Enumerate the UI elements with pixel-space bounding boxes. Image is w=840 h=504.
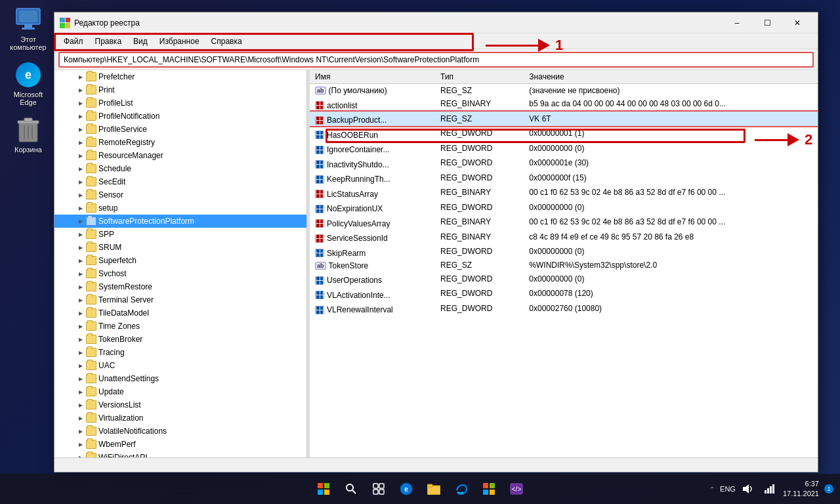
table-row[interactable]: actionlist REG_BINARY b5 9a ac da 04 00 …: [310, 96, 818, 112]
tree-expand-icon[interactable]: ▶: [75, 308, 86, 318]
tree-item[interactable]: ▶ TokenBroker: [54, 333, 306, 346]
minimize-button[interactable]: –: [722, 12, 752, 33]
address-input[interactable]: [58, 52, 814, 68]
tree-item[interactable]: ▶ Terminal Server: [54, 293, 306, 306]
tree-expand-icon[interactable]: ▶: [75, 111, 86, 121]
tree-item[interactable]: ▶ Virtualization: [54, 411, 306, 425]
tree-expand-icon[interactable]: ▶: [75, 255, 86, 266]
tree-expand-icon[interactable]: ▶: [75, 373, 86, 384]
network-icon[interactable]: [762, 481, 778, 497]
tree-item[interactable]: ▶ setup: [54, 201, 306, 215]
tree-item[interactable]: ▶ ProfileService: [54, 123, 306, 136]
maximize-button[interactable]: ☐: [752, 12, 782, 33]
table-row[interactable]: LicStatusArray REG_BINARY 00 c1 f0 62 53…: [310, 185, 818, 200]
table-row[interactable]: ab TokenStore REG_SZ %WINDIR%\System32\s…: [310, 259, 818, 272]
tree-expand-icon[interactable]: ▶: [75, 163, 86, 174]
tree-expand-icon[interactable]: ▶: [75, 124, 86, 135]
browser-taskbar-button[interactable]: e: [394, 477, 418, 501]
tree-item[interactable]: ▶ ResourceManager: [54, 149, 306, 162]
close-button[interactable]: ✕: [782, 12, 812, 33]
tree-expand-icon[interactable]: ▶: [75, 216, 86, 226]
tree-item[interactable]: ▶ Schedule: [54, 162, 306, 175]
search-button[interactable]: [339, 477, 363, 501]
tree-expand-icon[interactable]: ▶: [75, 360, 86, 371]
tree-expand-icon[interactable]: ▶: [75, 282, 86, 292]
tree-expand-icon[interactable]: ▶: [75, 439, 86, 450]
clock[interactable]: 6:37 17.11.2021: [783, 479, 819, 499]
tree-item[interactable]: ▶ SRUM: [54, 241, 306, 254]
tree-expand-icon[interactable]: ▶: [75, 72, 86, 82]
table-row[interactable]: IgnoreContainer... REG_DWORD 0x00000000 …: [310, 141, 818, 156]
tree-item[interactable]: ▶ ProfileNotification: [54, 110, 306, 123]
tree-expand-icon[interactable]: ▶: [75, 426, 86, 436]
volume-icon[interactable]: [741, 481, 757, 497]
tree-item[interactable]: ▶ SystemRestore: [54, 280, 306, 293]
menu-view[interactable]: Вид: [128, 35, 153, 47]
menu-file[interactable]: Файл: [58, 35, 89, 47]
menu-edit[interactable]: Правка: [90, 35, 127, 47]
tree-item[interactable]: ▶ Prefetcher: [54, 70, 306, 83]
tree-expand-icon[interactable]: ▶: [75, 229, 86, 240]
notification-badge[interactable]: 1: [824, 484, 833, 494]
menu-help[interactable]: Справка: [206, 35, 247, 47]
tree-item[interactable]: ▶ SPP: [54, 228, 306, 241]
tree-expand-icon[interactable]: ▶: [75, 150, 86, 161]
tree-expand-icon[interactable]: ▶: [75, 321, 86, 331]
table-row[interactable]: VLActivationInte... REG_DWORD 0x00000078…: [310, 286, 818, 301]
table-row[interactable]: PolicyValuesArray REG_BINARY 00 c1 f0 62…: [310, 215, 818, 230]
tree-expand-icon[interactable]: ▶: [75, 413, 86, 423]
tree-item[interactable]: ▶ Tracing: [54, 346, 306, 359]
tree-expand-icon[interactable]: ▶: [75, 295, 86, 305]
table-row[interactable]: BackupProduct... REG_SZ VK 6T: [310, 112, 818, 127]
sys-tray-arrow[interactable]: ⌃: [709, 486, 715, 493]
table-row[interactable]: KeepRunningTh... REG_DWORD 0x0000000f (1…: [310, 171, 818, 186]
tree-expand-icon[interactable]: ▶: [75, 137, 86, 148]
tree-item[interactable]: ▶ SecEdit: [54, 175, 306, 188]
tree-item[interactable]: ▶ Sensor: [54, 188, 306, 201]
tree-expand-icon[interactable]: ▶: [75, 268, 86, 279]
tree-item[interactable]: ▶ RemoteRegistry: [54, 136, 306, 149]
tree-item[interactable]: ▶ VersionsList: [54, 398, 306, 411]
table-row[interactable]: HasOOBERun REG_DWORD 0x00000001 (1): [310, 126, 818, 141]
desktop-icon-computer[interactable]: Этот компьютер: [5, 7, 51, 51]
tree-expand-icon[interactable]: ▶: [75, 452, 86, 457]
tree-expand-icon[interactable]: ▶: [75, 85, 86, 95]
tree-expand-icon[interactable]: ▶: [75, 387, 86, 397]
table-row[interactable]: InactivityShutdo... REG_DWORD 0x0000001e…: [310, 156, 818, 171]
taskview-button[interactable]: [367, 477, 390, 501]
tree-item[interactable]: ▶ Update: [54, 385, 306, 398]
lang-indicator[interactable]: ENG: [720, 485, 736, 493]
start-button[interactable]: [312, 477, 335, 501]
tree-item[interactable]: ▶ VolatileNotifications: [54, 425, 306, 438]
tree-item[interactable]: ▶ WbemPerf: [54, 438, 306, 451]
tree-expand-icon[interactable]: ▶: [75, 190, 86, 200]
tree-item[interactable]: ▶ SoftwareProtectionPlatform: [54, 215, 306, 228]
tree-expand-icon[interactable]: ▶: [75, 334, 86, 345]
tree-expand-icon[interactable]: ▶: [75, 400, 86, 410]
menu-favorites[interactable]: Избранное: [154, 35, 205, 47]
tree-item[interactable]: ▶ WiFiDirectAPI: [54, 451, 306, 457]
store-taskbar-button[interactable]: [477, 477, 501, 501]
edge-taskbar-button[interactable]: [450, 477, 473, 501]
table-row[interactable]: SkipRearm REG_DWORD 0x00000000 (0): [310, 244, 818, 259]
tree-item[interactable]: ▶ UnattendSettings: [54, 372, 306, 385]
table-row[interactable]: ab (По умолчанию) REG_SZ (значение не пр…: [310, 84, 818, 97]
tree-item[interactable]: ▶ ProfileList: [54, 96, 306, 110]
tree-expand-icon[interactable]: ▶: [75, 98, 86, 108]
table-row[interactable]: ServiceSessionId REG_BINARY c8 4c 89 f4 …: [310, 230, 818, 245]
tree-expand-icon[interactable]: ▶: [75, 347, 86, 358]
table-row[interactable]: VLRenewalInterval REG_DWORD 0x00002760 (…: [310, 301, 818, 316]
desktop-icon-edge[interactable]: e Microsoft Edge: [5, 62, 51, 106]
tree-item[interactable]: ▶ Superfetch: [54, 254, 306, 267]
tree-expand-icon[interactable]: ▶: [75, 203, 86, 213]
tree-item[interactable]: ▶ Print: [54, 83, 306, 96]
tree-item[interactable]: ▶ TileDataModel: [54, 306, 306, 320]
desktop-icon-trash[interactable]: Корзина: [5, 117, 51, 154]
tree-item[interactable]: ▶ Time Zones: [54, 320, 306, 333]
tree-expand-icon[interactable]: ▶: [75, 177, 86, 187]
tree-item[interactable]: ▶ UAC: [54, 359, 306, 372]
tree-item[interactable]: ▶ Svchost: [54, 267, 306, 280]
tree-expand-icon[interactable]: ▶: [75, 242, 86, 253]
table-row[interactable]: UserOperations REG_DWORD 0x00000000 (0): [310, 272, 818, 287]
filemanager-taskbar-button[interactable]: [422, 477, 446, 501]
